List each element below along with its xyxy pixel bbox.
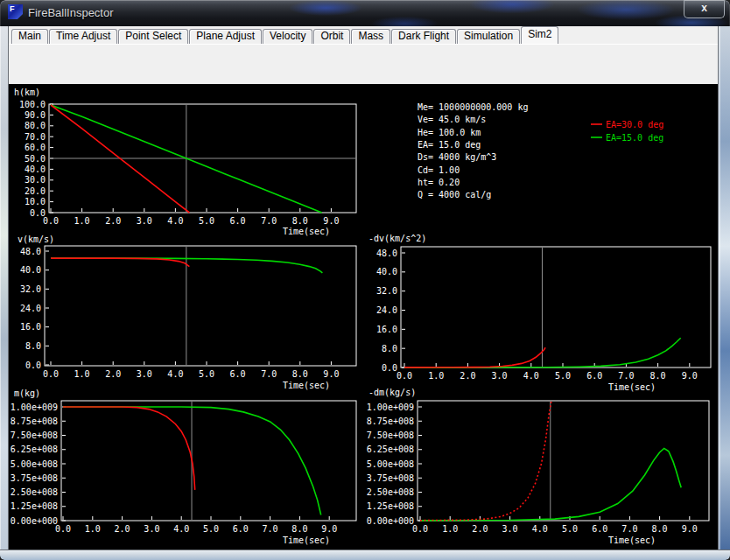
x-tick-label: 0.0 [397, 371, 412, 381]
y-tick-label: 40.0 [376, 267, 397, 276]
x-tick-label: 6.0 [586, 371, 602, 381]
y-tick-label: 2.50e+008 [11, 487, 58, 497]
readout-line: ht= 0.20 [418, 178, 460, 187]
tab-sim2[interactable]: Sim2 [521, 26, 558, 44]
y-tick-label: 48.0 [376, 248, 397, 258]
y-tick-label: 8.75e+008 [367, 416, 414, 426]
chart-v: 48.040.032.024.016.08.00.00.01.02.03.04.… [18, 234, 356, 390]
y-tick-label: 16.0 [376, 325, 397, 334]
chart-m-xlabel: Time(sec) [283, 536, 330, 545]
readout-line: EA= 15.0 deg [418, 140, 481, 150]
y-tick-label: 0.00e+000 [11, 516, 58, 526]
x-tick-label: 1.0 [74, 369, 90, 379]
plot-frame [45, 246, 356, 366]
x-tick-label: 6.0 [230, 216, 246, 226]
x-tick-label: 0.0 [55, 524, 71, 534]
y-tick-label: 3.75e+008 [11, 473, 58, 483]
x-tick-label: 3.0 [137, 369, 152, 379]
chart-dv-xlabel: Time(sec) [608, 382, 656, 392]
y-tick-label: 0.00e+000 [367, 516, 414, 526]
x-tick-label: 5.0 [562, 524, 578, 534]
x-tick-label: 5.0 [555, 371, 571, 381]
parameter-readout: Me= 1000000000.000 kgVe= 45.0 km/sHe= 10… [418, 102, 528, 200]
tab-velocity[interactable]: Velocity [263, 29, 312, 44]
y-tick-label: 7.50e+008 [11, 430, 58, 440]
tab-simulation[interactable]: Simulation [457, 29, 520, 44]
x-tick-label: 8.0 [292, 216, 308, 226]
y-tick-label: 60.0 [25, 143, 46, 152]
chart-h-xlabel: Time(sec) [283, 227, 330, 236]
plot-frame [61, 401, 356, 521]
close-button[interactable]: x [684, 0, 725, 18]
window-title: FireBallInspector [28, 6, 114, 19]
x-tick-label: 4.0 [523, 371, 539, 381]
x-tick-label: 4.0 [173, 524, 189, 534]
x-tick-label: 7.0 [621, 524, 637, 534]
y-tick-label: 40.0 [20, 265, 41, 275]
tab-plane-adjust[interactable]: Plane Adjust [189, 29, 262, 44]
x-tick-label: 3.0 [502, 524, 518, 534]
y-tick-label: 8.0 [382, 344, 397, 354]
y-tick-label: 8.75e+008 [11, 416, 58, 426]
y-tick-label: 16.0 [20, 322, 41, 332]
readout-line: Ve= 45.0 km/s [418, 115, 486, 124]
x-tick-label: 1.0 [442, 524, 458, 534]
chart-dv: 48.040.032.024.016.08.00.00.01.02.03.04.… [369, 234, 711, 392]
tab-bar: MainTime AdjustPoint SelectPlane AdjustV… [9, 26, 718, 44]
x-tick-label: 2.0 [115, 524, 130, 534]
titlebar[interactable]: F FireBallInspector x [0, 0, 730, 26]
y-tick-label: 1.00e+009 [11, 402, 58, 412]
chart-area: 100.090.080.070.060.050.040.030.020.010.… [9, 84, 718, 550]
chart-m: 1.00e+0098.75e+0087.50e+0086.25e+0085.00… [11, 388, 356, 545]
y-tick-label: 0.0 [25, 360, 41, 370]
y-tick-label: 7.50e+008 [367, 430, 414, 440]
x-tick-label: 1.0 [85, 524, 101, 534]
chart-v-xlabel: Time(sec) [283, 381, 330, 390]
y-tick-label: 50.0 [25, 154, 46, 164]
y-tick-label: 20.0 [25, 186, 46, 196]
x-tick-label: 3.0 [137, 216, 152, 226]
x-tick-label: 7.0 [261, 369, 277, 379]
series-ea-30-0-deg [404, 347, 545, 368]
tab-orbit[interactable]: Orbit [313, 29, 350, 44]
y-tick-label: 5.00e+008 [11, 459, 58, 469]
x-tick-label: 3.0 [492, 371, 508, 381]
x-tick-label: 6.0 [233, 524, 249, 534]
x-tick-label: 1.0 [428, 371, 444, 381]
chart-v-ylabel: v(km/s) [18, 234, 54, 244]
y-tick-label: 48.0 [20, 247, 41, 256]
y-tick-label: 1.00e+009 [367, 402, 414, 412]
tab-main[interactable]: Main [11, 29, 48, 44]
tab-point-select[interactable]: Point Select [118, 29, 188, 44]
window-frame-bottom [0, 550, 730, 560]
window-frame-left [0, 26, 9, 550]
y-tick-label: 70.0 [25, 132, 46, 142]
x-tick-label: 8.0 [650, 371, 666, 381]
y-tick-label: 100.0 [19, 100, 46, 109]
tab-time-adjust[interactable]: Time Adjust [49, 29, 117, 44]
x-tick-label: 5.0 [199, 216, 214, 226]
y-tick-label: 32.0 [376, 286, 397, 296]
x-tick-label: 9.0 [682, 371, 698, 381]
x-tick-label: 7.0 [263, 524, 278, 534]
plot-frame [401, 247, 711, 368]
chart-h: 100.090.080.070.060.050.040.030.020.010.… [14, 88, 356, 236]
y-tick-label: 8.0 [25, 341, 41, 351]
y-tick-label: 24.0 [376, 305, 397, 315]
y-tick-label: 24.0 [20, 304, 41, 313]
charts-canvas: 100.090.080.070.060.050.040.030.020.010.… [9, 84, 718, 550]
x-tick-label: 4.0 [167, 369, 183, 379]
y-tick-label: 10.0 [25, 197, 46, 206]
chart-dm-ylabel: -dm(kg/s) [369, 388, 416, 397]
tab-mass[interactable]: Mass [351, 29, 390, 44]
tab-dark-flight[interactable]: Dark Flight [391, 29, 456, 44]
chart-dm: 1.00e+0098.75e+0087.50e+0086.25e+0085.00… [367, 388, 709, 545]
parameter-panel: Me1000000000.000Ve45.0He100.0✓Eve15.00de… [9, 44, 718, 84]
x-tick-label: 9.0 [321, 524, 337, 534]
x-tick-label: 8.0 [291, 524, 307, 534]
chart-h-ylabel: h(km) [14, 88, 40, 97]
x-tick-label: 5.0 [203, 524, 219, 534]
chart-m-ylabel: m(kg) [14, 388, 40, 398]
x-tick-label: 2.0 [105, 369, 121, 379]
y-tick-label: 2.50e+008 [367, 487, 414, 497]
